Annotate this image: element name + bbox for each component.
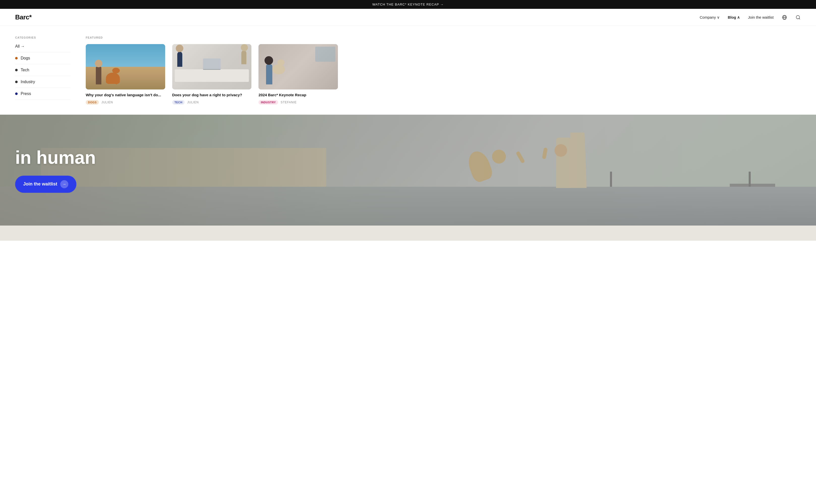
cards-grid: Why your dog's native language isn't do.… <box>86 44 338 105</box>
card-meta-1: DOGS JULIEN <box>86 100 165 105</box>
tag-tech: TECH <box>172 100 185 105</box>
hero-text: in human <box>15 148 96 168</box>
featured-label: FEATURED <box>86 36 338 39</box>
chevron-up-icon: ∧ <box>737 15 740 20</box>
article-card-2[interactable]: Does your dog have a right to privacy? T… <box>172 44 252 105</box>
banner-text: WATCH THE BARC* KEYNOTE RECAP → <box>372 3 444 6</box>
sidebar-item-dogs[interactable]: Dogs <box>15 52 71 64</box>
navigation: Barc* Company ∨ Blog ∧ Join the waitlist <box>0 9 816 26</box>
nav-right: Company ∨ Blog ∧ Join the waitlist <box>700 15 801 20</box>
card-image-3 <box>258 44 338 89</box>
search-icon[interactable] <box>795 15 801 20</box>
globe-icon[interactable] <box>782 15 787 20</box>
card-meta-3: INDUSTRY STEFANIE <box>258 100 338 105</box>
logo[interactable]: Barc* <box>15 13 32 21</box>
card-author-2: JULIEN <box>187 101 199 104</box>
hero-section: in human Join the waitlist → <box>0 115 816 226</box>
article-card-3[interactable]: 2024 Barc* Keynote Recap INDUSTRY STEFAN… <box>258 44 338 105</box>
sidebar: CATEGORIES All → Dogs Tech Industry Pres… <box>15 36 71 105</box>
top-banner[interactable]: WATCH THE BARC* KEYNOTE RECAP → <box>0 0 816 9</box>
footer-bar <box>0 226 816 241</box>
card-author-1: JULIEN <box>101 101 113 104</box>
article-card-1[interactable]: Why your dog's native language isn't do.… <box>86 44 165 105</box>
nav-join-waitlist-button[interactable]: Join the waitlist <box>748 15 774 19</box>
card-author-3: STEFANIE <box>281 101 297 104</box>
main-content: CATEGORIES All → Dogs Tech Industry Pres… <box>0 26 353 115</box>
hero-content: in human Join the waitlist → <box>0 148 111 193</box>
featured-section: FEATURED Why your dog's native language … <box>86 36 338 105</box>
chevron-down-icon: ∨ <box>717 15 720 20</box>
hero-join-waitlist-button[interactable]: Join the waitlist → <box>15 176 76 193</box>
tag-industry: INDUSTRY <box>258 100 278 105</box>
sidebar-item-press[interactable]: Press <box>15 88 71 100</box>
card-title-1: Why your dog's native language isn't do.… <box>86 92 165 98</box>
dot-icon <box>15 81 18 83</box>
arrow-right-icon: → <box>60 180 68 188</box>
card-image-1 <box>86 44 165 89</box>
tag-dogs: DOGS <box>86 100 99 105</box>
dot-icon <box>15 92 18 95</box>
svg-line-4 <box>799 18 800 19</box>
categories-label: CATEGORIES <box>15 36 71 39</box>
svg-point-3 <box>796 15 800 19</box>
card-title-2: Does your dog have a right to privacy? <box>172 92 252 98</box>
card-title-3: 2024 Barc* Keynote Recap <box>258 92 338 98</box>
nav-item-company[interactable]: Company ∨ <box>700 15 720 20</box>
hero-overlay <box>0 115 816 226</box>
dot-icon <box>15 57 18 59</box>
card-meta-2: TECH JULIEN <box>172 100 252 105</box>
nav-item-blog[interactable]: Blog ∧ <box>728 15 740 20</box>
sidebar-item-industry[interactable]: Industry <box>15 76 71 88</box>
card-image-2 <box>172 44 252 89</box>
dot-icon <box>15 69 18 71</box>
sidebar-item-all[interactable]: All → <box>15 44 71 52</box>
sidebar-item-tech[interactable]: Tech <box>15 64 71 76</box>
